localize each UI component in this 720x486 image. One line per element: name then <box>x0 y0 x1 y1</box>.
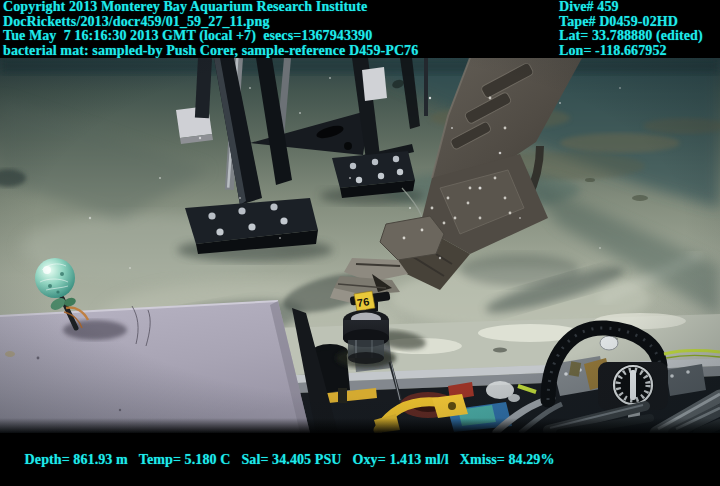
telemetry-oxygen: Oxy= 1.413 ml/l <box>353 452 460 467</box>
dive-number: Dive# 459 <box>559 0 703 15</box>
overlay-top-bar: Copyright 2013 Monterey Bay Aquarium Res… <box>0 0 720 58</box>
latitude: Lat= 33.788880 (edited) <box>559 29 703 44</box>
tape-number: Tape# D0459-02HD <box>559 15 703 30</box>
annotation-line: bacterial mat: sampled-by Push Corer, sa… <box>3 44 418 59</box>
timestamp-line: Tue May 7 16:16:30 2013 GMT (local +7) e… <box>3 29 418 44</box>
filepath-line: DocRicketts/2013/docr459/01_59_27_11.png <box>3 15 418 30</box>
seafloor-scene: 76 <box>0 58 720 433</box>
telemetry-salinity: Sal= 34.405 PSU <box>241 452 352 467</box>
telemetry-depth: Depth= 861.93 m <box>25 452 139 467</box>
copyright-line: Copyright 2013 Monterey Bay Aquarium Res… <box>3 0 418 15</box>
telemetry-xmiss: Xmiss= 84.29% <box>460 452 566 467</box>
telemetry-temp: Temp= 5.180 C <box>139 452 242 467</box>
longitude: Lon= -118.667952 <box>559 44 703 59</box>
underwater-video-view: 76 <box>0 58 720 433</box>
overlay-bottom-bar: Depth= 861.93 mTemp= 5.180 CSal= 34.405 … <box>0 433 720 486</box>
telemetry-line: Depth= 861.93 mTemp= 5.180 CSal= 34.405 … <box>3 439 566 483</box>
rov-video-frame: Copyright 2013 Monterey Bay Aquarium Res… <box>0 0 720 486</box>
